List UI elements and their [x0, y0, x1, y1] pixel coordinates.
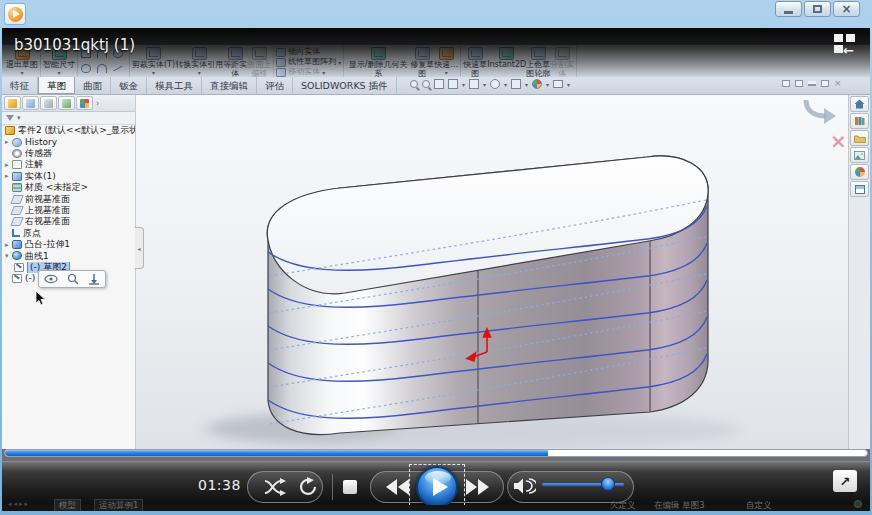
tree-item-sensors[interactable]: 传感器 [2, 148, 135, 159]
home-icon [854, 99, 865, 109]
expand-arrow-icon[interactable]: ▸ [5, 241, 12, 249]
tab-sheet-metal[interactable]: 钣金 [111, 77, 147, 94]
resources-button[interactable] [850, 96, 869, 112]
volume-knob[interactable] [601, 477, 615, 491]
spline-sketch-icon[interactable] [97, 64, 107, 73]
expand-arrow-icon[interactable]: ▸ [5, 161, 12, 169]
mouse-cursor [35, 291, 46, 306]
tree-item-top-plane[interactable]: 上视基准面 [2, 205, 135, 216]
tab-direct-editing[interactable]: 直接编辑 [202, 77, 257, 94]
shuffle-icon[interactable] [264, 478, 290, 496]
dimxpert-tab[interactable] [58, 96, 75, 110]
offset-on-surface-button[interactable]: 曲面上 偏移 [247, 46, 271, 78]
tree-filter-row[interactable]: ▾ [2, 112, 135, 125]
repeat-icon[interactable] [299, 477, 319, 497]
linear-pattern-button[interactable]: 线性草图阵列 ▾ [276, 58, 341, 67]
custom-properties-button[interactable] [850, 181, 869, 197]
featuremanager-tab[interactable] [4, 96, 21, 110]
expand-arrow-icon[interactable]: ▸ [5, 172, 12, 180]
minimize-button[interactable] [775, 1, 802, 17]
rewind-button[interactable] [385, 479, 411, 495]
heads-up-view-toolbar: ▾ ▾ ▾ ▾ ▾ ▾ [410, 79, 570, 89]
expand-arrow-icon[interactable]: ▸ [5, 138, 12, 146]
propertymanager-tab[interactable] [22, 96, 39, 110]
orange-play-icon [8, 7, 23, 22]
move-entities-icon [276, 68, 286, 77]
tree-item-solid-bodies[interactable]: ▸ 实体(1) [2, 171, 135, 182]
appearances-icon[interactable] [532, 79, 542, 89]
tab-sketch[interactable]: 草图 [38, 77, 75, 94]
view-settings-icon[interactable] [553, 80, 563, 88]
doc-close-icon[interactable]: × [834, 80, 842, 87]
overlay-grid-icon[interactable]: ← [834, 34, 860, 56]
fast-forward-button[interactable] [464, 479, 490, 495]
tree-item-material[interactable]: 材质 <未指定> [2, 182, 135, 193]
hide-show-eye-icon[interactable] [44, 274, 58, 284]
chevron-down-icon: ▾ [17, 114, 21, 122]
tree-item-boss-extrude[interactable]: ▸ 凸台-拉伸1 [2, 239, 135, 250]
stop-button[interactable] [343, 480, 357, 494]
fullscreen-button[interactable]: ↗ [833, 470, 857, 492]
volume-track[interactable] [542, 483, 624, 486]
convert-entities-button[interactable]: 转换实体引用 ▾ [175, 46, 223, 75]
tab-evaluate[interactable]: 评估 [257, 77, 293, 94]
tree-item-history[interactable]: ▸ History [2, 136, 135, 147]
player-app-icon[interactable] [4, 3, 26, 25]
tab-addins[interactable]: SOLIDWORKS 插件 [293, 77, 397, 94]
doc-restore-icon[interactable] [782, 80, 790, 87]
volume-icon[interactable] [514, 477, 536, 495]
doc-new-window-icon[interactable] [795, 80, 803, 87]
cancel-sketch-icon[interactable]: × [830, 129, 847, 153]
play-icon [433, 478, 448, 496]
zoom-area-icon[interactable] [422, 80, 430, 88]
view-orientation-icon[interactable] [469, 79, 479, 89]
close-button[interactable]: × [833, 1, 860, 17]
normal-to-icon[interactable] [88, 273, 100, 285]
tab-mold-tools[interactable]: 模具工具 [147, 77, 202, 94]
instant2d-button[interactable]: Instant2D [487, 46, 526, 70]
view-palette-button[interactable] [850, 147, 869, 163]
zoom-fit-icon[interactable] [410, 80, 418, 88]
zoom-to-selection-icon[interactable] [67, 273, 79, 285]
restore-button[interactable] [804, 1, 831, 17]
appearances-button[interactable] [850, 164, 869, 180]
doc-minimize-icon[interactable] [808, 81, 816, 86]
rapid-sketch-button[interactable]: 快速草 图 [463, 46, 487, 78]
displaymanager-tab[interactable] [76, 96, 93, 110]
tree-item-front-plane[interactable]: 前视基准面 [2, 193, 135, 204]
expand-arrow-icon[interactable]: ▾ [5, 252, 12, 260]
tab-features[interactable]: 特征 [2, 77, 38, 94]
shaded-contours-button[interactable]: 上色草 图轮廓 [526, 46, 550, 78]
hide-show-items-icon[interactable] [511, 79, 521, 89]
tree-item-curve[interactable]: ▾ 曲线1 [2, 250, 135, 261]
configurationmanager-tab[interactable] [40, 96, 57, 110]
doc-cascade-icon[interactable] [821, 80, 829, 87]
tree-item-origin[interactable]: 原点 [2, 228, 135, 239]
design-library-button[interactable] [850, 113, 869, 129]
tree-item-annotations[interactable]: ▸ 注解 [2, 159, 135, 170]
more-tabs-icon[interactable]: › [96, 99, 99, 108]
tree-item-root[interactable]: 零件2 (默认<<默认>_显示状 [2, 125, 135, 136]
tree-item-right-plane[interactable]: 右视基准面 [2, 216, 135, 227]
display-style-icon[interactable] [490, 79, 500, 89]
play-button[interactable] [416, 466, 458, 508]
video-progress-bar[interactable] [4, 449, 868, 457]
quick-snaps-button[interactable]: 快速… ▾ [434, 46, 458, 75]
segment-entities-button[interactable]: 分割实 体 [550, 46, 574, 78]
trim-entities-button[interactable]: 剪裁实体(T) ▾ [132, 46, 175, 75]
previous-view-icon[interactable] [434, 79, 444, 89]
move-entities-button[interactable]: 移动实体 ▾ [276, 68, 341, 77]
file-explorer-button[interactable] [850, 130, 869, 146]
offset-on-surface-icon [252, 47, 267, 60]
confirmation-corner[interactable] [806, 100, 836, 124]
quick-snaps-icon [439, 47, 454, 60]
ellipse-sketch-icon[interactable] [81, 64, 91, 73]
solidworks-window: 退出草图 ▾ 智能尺寸 ▾ [2, 28, 870, 511]
offset-entities-icon [228, 47, 243, 60]
panel-collapse-tab[interactable]: ◂ [135, 227, 144, 269]
repair-sketch-button[interactable]: 修复草 图 [410, 46, 434, 78]
mirror-entities-button[interactable]: 镜向实体 [276, 48, 341, 57]
tab-surfaces[interactable]: 曲面 [75, 77, 111, 94]
section-view-icon[interactable] [448, 79, 458, 89]
offset-entities-button[interactable]: 等距实 体 [223, 46, 247, 78]
